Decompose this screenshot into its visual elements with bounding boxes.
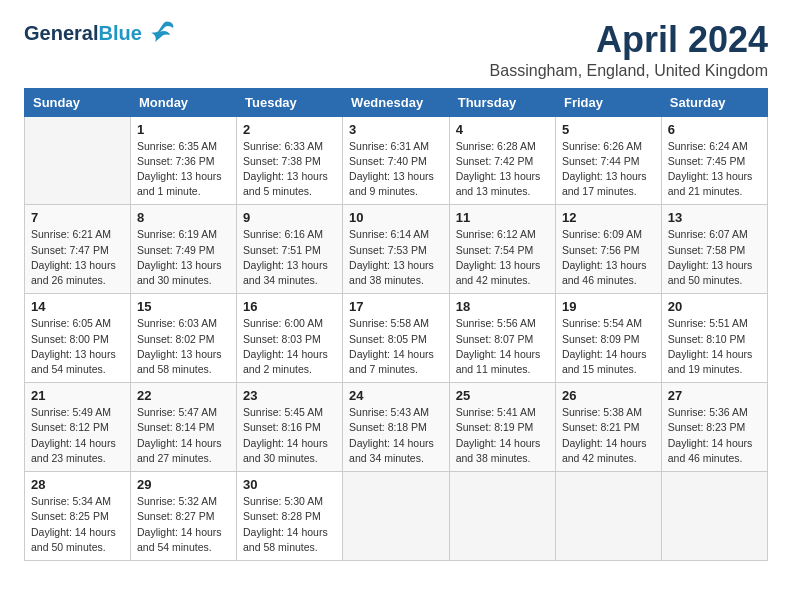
day-number: 26 bbox=[562, 388, 655, 403]
weekday-header-friday: Friday bbox=[555, 88, 661, 116]
calendar-cell: 10Sunrise: 6:14 AMSunset: 7:53 PMDayligh… bbox=[343, 205, 450, 294]
calendar-cell: 26Sunrise: 5:38 AMSunset: 8:21 PMDayligh… bbox=[555, 383, 661, 472]
day-info: Sunrise: 6:07 AMSunset: 7:58 PMDaylight:… bbox=[668, 227, 761, 288]
day-info: Sunrise: 5:58 AMSunset: 8:05 PMDaylight:… bbox=[349, 316, 443, 377]
calendar-cell: 22Sunrise: 5:47 AMSunset: 8:14 PMDayligh… bbox=[130, 383, 236, 472]
day-number: 14 bbox=[31, 299, 124, 314]
day-info: Sunrise: 5:30 AMSunset: 8:28 PMDaylight:… bbox=[243, 494, 336, 555]
calendar-cell: 11Sunrise: 6:12 AMSunset: 7:54 PMDayligh… bbox=[449, 205, 555, 294]
calendar-cell: 16Sunrise: 6:00 AMSunset: 8:03 PMDayligh… bbox=[237, 294, 343, 383]
day-number: 25 bbox=[456, 388, 549, 403]
month-year-title: April 2024 bbox=[490, 20, 768, 60]
weekday-header-tuesday: Tuesday bbox=[237, 88, 343, 116]
day-number: 9 bbox=[243, 210, 336, 225]
logo: General Blue bbox=[24, 20, 175, 46]
logo-blue-text: Blue bbox=[98, 22, 141, 45]
day-number: 16 bbox=[243, 299, 336, 314]
day-info: Sunrise: 6:03 AMSunset: 8:02 PMDaylight:… bbox=[137, 316, 230, 377]
calendar-week-row-4: 21Sunrise: 5:49 AMSunset: 8:12 PMDayligh… bbox=[25, 383, 768, 472]
calendar-cell bbox=[555, 472, 661, 561]
day-number: 27 bbox=[668, 388, 761, 403]
calendar-cell: 27Sunrise: 5:36 AMSunset: 8:23 PMDayligh… bbox=[661, 383, 767, 472]
calendar-cell: 5Sunrise: 6:26 AMSunset: 7:44 PMDaylight… bbox=[555, 116, 661, 205]
day-number: 3 bbox=[349, 122, 443, 137]
day-number: 29 bbox=[137, 477, 230, 492]
logo-bird-icon bbox=[145, 20, 175, 46]
day-number: 19 bbox=[562, 299, 655, 314]
day-info: Sunrise: 5:43 AMSunset: 8:18 PMDaylight:… bbox=[349, 405, 443, 466]
day-number: 4 bbox=[456, 122, 549, 137]
calendar-cell: 25Sunrise: 5:41 AMSunset: 8:19 PMDayligh… bbox=[449, 383, 555, 472]
calendar-cell: 29Sunrise: 5:32 AMSunset: 8:27 PMDayligh… bbox=[130, 472, 236, 561]
calendar-week-row-1: 1Sunrise: 6:35 AMSunset: 7:36 PMDaylight… bbox=[25, 116, 768, 205]
calendar-week-row-5: 28Sunrise: 5:34 AMSunset: 8:25 PMDayligh… bbox=[25, 472, 768, 561]
day-number: 28 bbox=[31, 477, 124, 492]
weekday-header-sunday: Sunday bbox=[25, 88, 131, 116]
day-number: 10 bbox=[349, 210, 443, 225]
day-info: Sunrise: 5:49 AMSunset: 8:12 PMDaylight:… bbox=[31, 405, 124, 466]
day-number: 8 bbox=[137, 210, 230, 225]
location-subtitle: Bassingham, England, United Kingdom bbox=[490, 62, 768, 80]
day-info: Sunrise: 5:41 AMSunset: 8:19 PMDaylight:… bbox=[456, 405, 549, 466]
day-number: 7 bbox=[31, 210, 124, 225]
calendar-cell: 23Sunrise: 5:45 AMSunset: 8:16 PMDayligh… bbox=[237, 383, 343, 472]
calendar-cell: 19Sunrise: 5:54 AMSunset: 8:09 PMDayligh… bbox=[555, 294, 661, 383]
day-number: 15 bbox=[137, 299, 230, 314]
calendar-cell: 15Sunrise: 6:03 AMSunset: 8:02 PMDayligh… bbox=[130, 294, 236, 383]
day-number: 13 bbox=[668, 210, 761, 225]
calendar-cell: 14Sunrise: 6:05 AMSunset: 8:00 PMDayligh… bbox=[25, 294, 131, 383]
calendar-cell: 7Sunrise: 6:21 AMSunset: 7:47 PMDaylight… bbox=[25, 205, 131, 294]
day-info: Sunrise: 6:28 AMSunset: 7:42 PMDaylight:… bbox=[456, 139, 549, 200]
day-number: 18 bbox=[456, 299, 549, 314]
day-info: Sunrise: 6:19 AMSunset: 7:49 PMDaylight:… bbox=[137, 227, 230, 288]
day-info: Sunrise: 6:12 AMSunset: 7:54 PMDaylight:… bbox=[456, 227, 549, 288]
calendar-cell: 17Sunrise: 5:58 AMSunset: 8:05 PMDayligh… bbox=[343, 294, 450, 383]
calendar-cell bbox=[343, 472, 450, 561]
day-info: Sunrise: 6:21 AMSunset: 7:47 PMDaylight:… bbox=[31, 227, 124, 288]
calendar-cell: 18Sunrise: 5:56 AMSunset: 8:07 PMDayligh… bbox=[449, 294, 555, 383]
calendar-cell: 13Sunrise: 6:07 AMSunset: 7:58 PMDayligh… bbox=[661, 205, 767, 294]
calendar-cell: 12Sunrise: 6:09 AMSunset: 7:56 PMDayligh… bbox=[555, 205, 661, 294]
page-header: General Blue April 2024 Bassingham, Engl… bbox=[24, 20, 768, 80]
day-info: Sunrise: 6:05 AMSunset: 8:00 PMDaylight:… bbox=[31, 316, 124, 377]
calendar-cell: 1Sunrise: 6:35 AMSunset: 7:36 PMDaylight… bbox=[130, 116, 236, 205]
weekday-header-thursday: Thursday bbox=[449, 88, 555, 116]
calendar-week-row-2: 7Sunrise: 6:21 AMSunset: 7:47 PMDaylight… bbox=[25, 205, 768, 294]
day-number: 12 bbox=[562, 210, 655, 225]
day-number: 24 bbox=[349, 388, 443, 403]
calendar-cell: 21Sunrise: 5:49 AMSunset: 8:12 PMDayligh… bbox=[25, 383, 131, 472]
calendar-cell: 8Sunrise: 6:19 AMSunset: 7:49 PMDaylight… bbox=[130, 205, 236, 294]
day-info: Sunrise: 5:36 AMSunset: 8:23 PMDaylight:… bbox=[668, 405, 761, 466]
day-info: Sunrise: 5:56 AMSunset: 8:07 PMDaylight:… bbox=[456, 316, 549, 377]
day-info: Sunrise: 5:38 AMSunset: 8:21 PMDaylight:… bbox=[562, 405, 655, 466]
calendar-cell: 6Sunrise: 6:24 AMSunset: 7:45 PMDaylight… bbox=[661, 116, 767, 205]
calendar-week-row-3: 14Sunrise: 6:05 AMSunset: 8:00 PMDayligh… bbox=[25, 294, 768, 383]
day-info: Sunrise: 5:51 AMSunset: 8:10 PMDaylight:… bbox=[668, 316, 761, 377]
day-info: Sunrise: 5:34 AMSunset: 8:25 PMDaylight:… bbox=[31, 494, 124, 555]
day-number: 21 bbox=[31, 388, 124, 403]
day-number: 2 bbox=[243, 122, 336, 137]
day-info: Sunrise: 6:26 AMSunset: 7:44 PMDaylight:… bbox=[562, 139, 655, 200]
calendar-cell: 9Sunrise: 6:16 AMSunset: 7:51 PMDaylight… bbox=[237, 205, 343, 294]
calendar-cell bbox=[449, 472, 555, 561]
day-info: Sunrise: 5:45 AMSunset: 8:16 PMDaylight:… bbox=[243, 405, 336, 466]
day-info: Sunrise: 6:35 AMSunset: 7:36 PMDaylight:… bbox=[137, 139, 230, 200]
day-number: 1 bbox=[137, 122, 230, 137]
day-number: 23 bbox=[243, 388, 336, 403]
logo-general-text: General bbox=[24, 22, 98, 45]
day-number: 6 bbox=[668, 122, 761, 137]
calendar-cell: 20Sunrise: 5:51 AMSunset: 8:10 PMDayligh… bbox=[661, 294, 767, 383]
day-info: Sunrise: 5:54 AMSunset: 8:09 PMDaylight:… bbox=[562, 316, 655, 377]
day-info: Sunrise: 6:24 AMSunset: 7:45 PMDaylight:… bbox=[668, 139, 761, 200]
day-number: 17 bbox=[349, 299, 443, 314]
day-number: 30 bbox=[243, 477, 336, 492]
calendar-cell: 24Sunrise: 5:43 AMSunset: 8:18 PMDayligh… bbox=[343, 383, 450, 472]
weekday-header-wednesday: Wednesday bbox=[343, 88, 450, 116]
weekday-header-monday: Monday bbox=[130, 88, 236, 116]
calendar-cell bbox=[661, 472, 767, 561]
calendar-cell: 2Sunrise: 6:33 AMSunset: 7:38 PMDaylight… bbox=[237, 116, 343, 205]
calendar-cell: 3Sunrise: 6:31 AMSunset: 7:40 PMDaylight… bbox=[343, 116, 450, 205]
calendar-cell bbox=[25, 116, 131, 205]
day-info: Sunrise: 6:09 AMSunset: 7:56 PMDaylight:… bbox=[562, 227, 655, 288]
day-info: Sunrise: 5:32 AMSunset: 8:27 PMDaylight:… bbox=[137, 494, 230, 555]
